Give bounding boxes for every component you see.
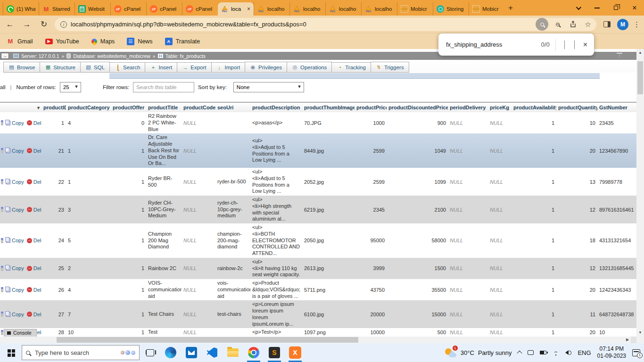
browser-tab-6[interactable]: PMAloca× (218, 2, 254, 16)
row-copy-link[interactable]: Copy (6, 207, 24, 213)
edit-pencil-icon-clipped[interactable] (1, 120, 3, 125)
column-options-caret-icon[interactable]: ▾ (37, 105, 40, 110)
breadcrumb-database[interactable]: Database: websitedemo_mobicrew (73, 53, 150, 59)
side-panel-icon[interactable] (601, 21, 612, 27)
pma-tab-insert[interactable]: +Insert (145, 62, 177, 73)
tab-close-icon[interactable]: × (247, 6, 250, 12)
bookmark-youtube[interactable]: ▶YouTube (45, 38, 79, 45)
bookmark-gmail[interactable]: MGmail (7, 38, 33, 45)
bookmark-translate[interactable]: ATranslate (165, 38, 200, 45)
row-delete-link[interactable]: –Delete (27, 148, 41, 154)
pma-tab-tracking[interactable]: ◔Tracking (331, 62, 371, 73)
row-copy-link[interactable]: Copy (6, 148, 24, 154)
back-button[interactable]: ← (4, 20, 16, 29)
scroll-to-top-icon[interactable]: ↑ (617, 53, 622, 58)
volume-icon[interactable] (565, 350, 571, 355)
row-delete-link[interactable]: –Delete (27, 207, 41, 213)
bookmark-star-icon[interactable]: ☆ (582, 20, 594, 29)
browser-tab-7[interactable]: PMAlocalho (254, 2, 289, 16)
tray-expand-chevron-icon[interactable] (517, 351, 522, 356)
filter-rows-input-top[interactable] (133, 82, 194, 92)
url-text[interactable]: localhost/phpmyadmin/sql.php?db=websited… (71, 21, 532, 28)
browser-tab-2[interactable]: Websit (74, 2, 110, 16)
chrome-icon[interactable] (243, 343, 264, 362)
column-header-productTitle[interactable]: productTitle (146, 102, 182, 112)
bookmark-maps[interactable]: Maps (91, 38, 115, 45)
edit-pencil-icon-clipped[interactable] (1, 287, 3, 292)
language-indicator[interactable]: ENG (578, 349, 591, 356)
row-delete-link[interactable]: –Delete (27, 265, 41, 271)
reload-button[interactable]: ↻ (38, 19, 50, 29)
zoom-icon[interactable] (552, 23, 563, 26)
restore-button[interactable] (606, 0, 625, 16)
pma-tab-import[interactable]: ↓Import (211, 62, 246, 73)
edit-pencil-icon-clipped[interactable] (1, 179, 3, 184)
pma-tab-operations[interactable]: ◎Operations (287, 62, 332, 73)
battery-icon[interactable] (540, 351, 546, 354)
column-header-productQuantity[interactable]: productQuantity (556, 102, 597, 112)
address-bar[interactable]: i localhost/phpmyadmin/sql.php?db=websit… (55, 18, 596, 31)
pma-tab-export[interactable]: →Export (177, 62, 211, 73)
column-header-productDiscountedPrice[interactable]: productDiscountedPrice (387, 102, 448, 112)
row-copy-link[interactable]: Copy (6, 238, 24, 243)
pma-tab-structure[interactable]: ▦Structure (40, 62, 81, 73)
row-delete-link[interactable]: –Delete (27, 287, 41, 293)
edit-pencil-icon-clipped[interactable] (1, 238, 3, 243)
find-in-page-icon[interactable] (536, 18, 548, 31)
scroll-up-arrow-icon[interactable]: ▲ (636, 49, 644, 57)
horizontal-scrollbar[interactable]: ▶ (0, 337, 636, 343)
row-copy-link[interactable]: Copy (6, 287, 24, 293)
share-icon[interactable] (567, 21, 578, 28)
browser-menu-icon[interactable]: ⋮ (633, 20, 640, 29)
pma-tab-browse[interactable]: ▤Browse (3, 62, 40, 73)
row-delete-link[interactable]: –Delete (27, 179, 41, 185)
edge-icon[interactable] (160, 343, 181, 362)
sort-by-key-select-input-top[interactable]: None (233, 82, 304, 92)
sublime-text-icon[interactable]: S (264, 343, 285, 362)
column-header-productAvailablity[interactable]: productAvailablity (512, 102, 556, 112)
sort-by-key-select-top[interactable]: None (233, 82, 304, 92)
scroll-right-arrow-icon[interactable]: ▶ (624, 337, 631, 343)
horizontal-scrollbar-thumb[interactable] (57, 337, 358, 343)
edit-pencil-icon-clipped[interactable] (1, 148, 3, 153)
minimize-button[interactable] (587, 0, 606, 16)
find-previous-icon[interactable] (561, 38, 568, 52)
vertical-scrollbar[interactable]: ▲ ▼ (636, 49, 644, 343)
column-header-productCode[interactable]: productCode (182, 102, 215, 112)
browser-tab-8[interactable]: PMAlocalho (289, 2, 325, 16)
vscode-icon[interactable] (202, 343, 223, 362)
column-header-productID[interactable]: productID (41, 102, 66, 112)
task-view-button[interactable] (140, 343, 160, 362)
close-button[interactable]: × (625, 0, 644, 16)
number-of-rows-select-top[interactable]: 25 (60, 82, 81, 92)
weather-widget[interactable]: 1 30°C Partly sunny (445, 347, 512, 358)
taskbar-search[interactable]: Type here to search (22, 345, 140, 360)
browser-tab-13[interactable]: LOGOMobicr (469, 2, 504, 16)
row-copy-link[interactable]: Copy (6, 179, 24, 185)
browser-tab-3[interactable]: cPcPanel (110, 2, 146, 16)
bookmark-news[interactable]: News (127, 38, 152, 45)
column-header-productCategory[interactable]: productCategory (66, 102, 111, 112)
nav-panel-toggle-icon[interactable]: → (1, 53, 9, 59)
find-input[interactable] (446, 41, 537, 48)
browser-tab-12[interactable]: Storing (433, 2, 469, 16)
pma-tab-privileges[interactable]: ◉Privileges (245, 62, 287, 73)
column-header-productOffer[interactable]: productOffer (111, 102, 146, 112)
row-copy-link[interactable]: Copy (6, 312, 24, 317)
number-of-rows-select-input-top[interactable]: 25 (60, 82, 81, 92)
pma-tab-sql[interactable]: ▧SQL (80, 62, 110, 73)
row-delete-link[interactable]: –Delete (27, 312, 41, 317)
row-delete-link[interactable]: –Delete (27, 238, 41, 243)
edit-pencil-icon-clipped[interactable] (1, 330, 3, 335)
file-explorer-icon[interactable] (223, 343, 243, 362)
tablet-mode-icon[interactable] (528, 350, 534, 355)
new-tab-button[interactable]: + (504, 2, 517, 14)
console-tab[interactable]: Console (4, 329, 37, 337)
column-header-GstNumber[interactable]: GstNumber (597, 102, 636, 112)
column-header-productThumbImage[interactable]: productThumbImage (302, 102, 355, 112)
browser-tab-9[interactable]: PMAlocalho (325, 2, 361, 16)
column-header-periodDelivery[interactable]: periodDelivery (448, 102, 488, 112)
actions-column-header[interactable]: ▾ (0, 102, 41, 112)
browser-tab-1[interactable]: MStarred (39, 2, 74, 16)
find-next-icon[interactable] (571, 38, 578, 52)
